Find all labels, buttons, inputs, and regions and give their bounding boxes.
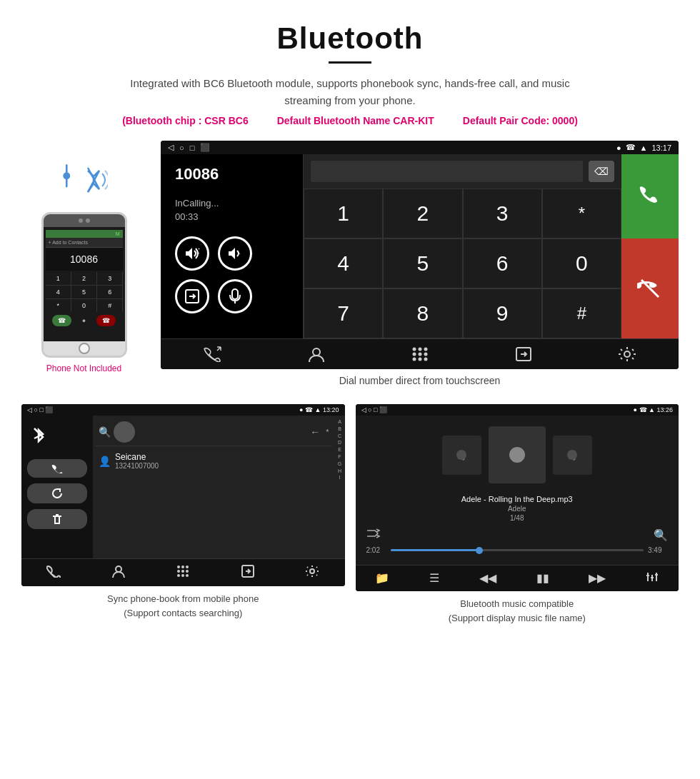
music-shuffle-icon[interactable]	[366, 528, 381, 542]
pb-contact-name: Seicane	[115, 452, 159, 462]
pb-toolbar-dialpad-icon[interactable]	[176, 565, 190, 581]
pb-alpha-c[interactable]: C	[338, 433, 341, 440]
mute-button[interactable]	[218, 279, 252, 313]
dialkey-5[interactable]: 5	[383, 238, 462, 288]
music-toolbar-list-icon[interactable]: ☰	[429, 571, 439, 585]
pb-alpha-a[interactable]: A	[338, 418, 341, 426]
dial-input-field[interactable]	[311, 161, 583, 182]
pb-contact-row[interactable]: 👤 Seicane 13241007000	[96, 446, 332, 476]
music-albums-row: ♫ ♫ ♫	[366, 426, 669, 483]
dialkey-3[interactable]: 3	[463, 189, 542, 238]
music-toolbar: 📁 ☰ ◀◀ ▮▮ ▶▶	[356, 565, 679, 591]
pb-search-icon[interactable]: 🔍	[99, 426, 111, 438]
pb-toolbar-contacts-icon[interactable]	[111, 565, 126, 581]
pb-time: 13:20	[323, 406, 339, 413]
pb-content: 🔍 ← * 👤 Seicane 13241007000	[21, 416, 345, 558]
music-search-icon[interactable]: 🔍	[654, 528, 668, 542]
volume-down-button[interactable]: -	[218, 236, 252, 271]
music-toolbar-folder-icon[interactable]: 📁	[375, 571, 389, 585]
phone-screen: M + Add to Contacts 10086 1 2 3 4 5 6 * …	[44, 227, 125, 341]
add-contacts-label: + Add to Contacts	[49, 240, 88, 245]
music-toolbar-next-icon[interactable]: ▶▶	[589, 571, 606, 585]
phone-end-button: ☎	[96, 315, 116, 326]
pb-back-arrow-icon[interactable]: ←	[310, 426, 320, 438]
pb-toolbar-settings-icon[interactable]	[305, 565, 319, 581]
toolbar-contacts-icon[interactable]	[307, 346, 326, 362]
transfer-call-button[interactable]	[175, 279, 209, 313]
nav-home-icon: ○	[179, 144, 184, 152]
pb-nav-icons: ◁ ○ □ ⬛	[27, 406, 53, 413]
pb-contact-number: 13241007000	[115, 462, 159, 470]
pb-refresh-button[interactable]	[27, 483, 87, 503]
dial-input-row: ⌫	[304, 154, 621, 189]
nav-back-icon: ◁	[168, 143, 174, 152]
pb-status-right: ● ☎ ▲ 13:20	[299, 406, 339, 413]
pb-toolbar-transfer-icon[interactable]	[241, 565, 255, 581]
pb-toolbar	[21, 558, 345, 586]
pb-alpha-b[interactable]: B	[338, 426, 341, 433]
call-display: 10086 InCalling... 00:33 +	[161, 154, 679, 338]
pb-alpha-i[interactable]: I	[339, 474, 341, 481]
pb-alpha-f[interactable]: F	[338, 453, 341, 461]
pb-call-button[interactable]	[27, 459, 87, 478]
pb-alpha-e[interactable]: E	[338, 446, 341, 453]
toolbar-settings-icon[interactable]	[618, 346, 636, 362]
car-screen-section: ◁ ○ □ ⬛ ● ☎ ▲ 13:17 10086 InCalling...	[161, 141, 679, 397]
pb-alpha-d[interactable]: D	[338, 439, 341, 446]
dialkey-7[interactable]: 7	[304, 288, 383, 338]
svg-line-2	[199, 248, 199, 249]
pb-toolbar-call-icon[interactable]	[46, 565, 61, 581]
dialkey-8[interactable]: 8	[383, 288, 462, 338]
end-call-red-button[interactable]	[621, 238, 679, 338]
dialkey-6[interactable]: 6	[463, 238, 542, 288]
dialkey-1[interactable]: 1	[304, 189, 383, 238]
music-status-bar: ◁ ○ □ ⬛ ● ☎ ▲ 13:26	[356, 404, 679, 416]
pb-alpha-h[interactable]: H	[338, 468, 341, 475]
svg-text:+: +	[196, 250, 200, 256]
dialkey-4[interactable]: 4	[304, 238, 383, 288]
pb-contact-info: Seicane 13241007000	[115, 452, 159, 470]
volume-up-button[interactable]: +	[175, 236, 209, 271]
backspace-button[interactable]: ⌫	[589, 161, 614, 182]
car-status-right: ● ☎ ▲ 13:17	[616, 143, 671, 152]
svg-point-30	[186, 574, 189, 577]
phone-section: ⍿ M + Add to C	[21, 141, 146, 373]
phone-camera	[86, 218, 90, 223]
music-progress-bar[interactable]	[391, 549, 644, 551]
nav-screenshot-icon: ⬛	[200, 143, 210, 152]
music-progress-dot	[476, 547, 483, 554]
spec-name: Default Bluetooth Name CAR-KIT	[277, 115, 434, 126]
svg-point-17	[418, 358, 421, 361]
music-toolbar-prev-icon[interactable]: ◀◀	[479, 571, 496, 585]
svg-point-21	[116, 566, 121, 572]
pb-alpha-g[interactable]: G	[338, 461, 341, 468]
phone-key-4: 4	[46, 286, 71, 298]
music-controls-row: 🔍	[366, 528, 669, 542]
music-toolbar-pause-icon[interactable]: ▮▮	[536, 571, 549, 585]
toolbar-call-icon[interactable]	[204, 346, 222, 362]
music-song-title: Adele - Rolling In the Deep.mp3	[461, 495, 573, 503]
time-display: 13:17	[651, 144, 671, 152]
music-toolbar-equalizer-icon[interactable]	[646, 571, 659, 585]
pb-delete-button[interactable]	[27, 509, 87, 529]
toolbar-dialpad-icon[interactable]	[411, 346, 429, 362]
call-green-button[interactable]	[621, 154, 679, 238]
music-item: ◁ ○ □ ⬛ ● ☎ ▲ 13:26 ♫ ♫ ♫	[356, 404, 679, 625]
call-status: InCalling...	[175, 198, 289, 208]
dialkey-9[interactable]: 9	[463, 288, 542, 338]
phone-home-button	[79, 343, 90, 354]
music-screen: ◁ ○ □ ⬛ ● ☎ ▲ 13:26 ♫ ♫ ♫	[356, 404, 679, 591]
dialkey-0[interactable]: 0	[542, 238, 621, 288]
dialkey-hash[interactable]: #	[542, 288, 621, 338]
toolbar-transfer-icon[interactable]	[514, 346, 533, 362]
dialkey-2[interactable]: 2	[383, 189, 462, 238]
svg-point-22	[177, 566, 180, 568]
music-track-num: 1/48	[510, 514, 524, 522]
svg-point-23	[181, 566, 184, 568]
svg-point-28	[177, 574, 180, 577]
phone-add-contacts: + Add to Contacts	[46, 238, 123, 248]
dialkey-star[interactable]: *	[542, 189, 621, 238]
car-bottom-toolbar	[161, 338, 679, 369]
svg-point-20	[624, 351, 630, 357]
pb-sidebar	[21, 416, 93, 558]
